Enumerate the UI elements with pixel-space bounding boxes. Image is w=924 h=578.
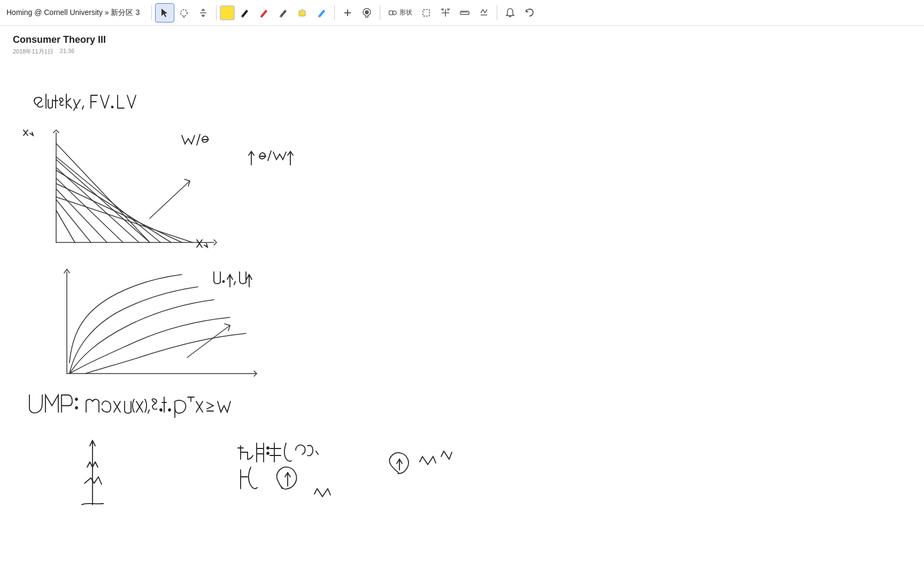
undo-button[interactable]: [520, 3, 539, 22]
notification-button[interactable]: [500, 3, 520, 22]
yellow-highlighter2-button[interactable]: [292, 3, 312, 22]
svg-point-41: [75, 398, 78, 400]
select2-button[interactable]: [417, 3, 436, 22]
shape-tool-button[interactable]: 形状: [383, 3, 417, 22]
touch-mode-button[interactable]: [357, 3, 376, 22]
separator-3: [334, 5, 335, 20]
svg-point-43: [160, 409, 162, 411]
svg-point-18: [112, 107, 113, 108]
svg-line-24: [56, 184, 182, 242]
svg-point-8: [365, 11, 368, 14]
math-button[interactable]: [474, 3, 494, 22]
separator-2: [216, 5, 217, 20]
red-pen-button[interactable]: [254, 3, 273, 22]
window-title: Homing @ Cornell University » 新分区 3: [6, 8, 140, 18]
handwriting-canvas: [0, 26, 924, 578]
separator-5: [497, 5, 497, 20]
svg-point-44: [168, 409, 171, 411]
svg-line-22: [56, 157, 160, 242]
svg-point-38: [223, 281, 225, 283]
svg-line-32: [150, 181, 190, 218]
svg-rect-5: [301, 9, 303, 11]
svg-rect-11: [423, 10, 429, 16]
svg-point-49: [267, 452, 269, 454]
shape-label: 形状: [399, 8, 412, 17]
separator-4: [380, 5, 380, 20]
svg-rect-4: [299, 11, 305, 16]
resize-button[interactable]: [436, 3, 455, 22]
yellow-highlighter-button[interactable]: [220, 5, 235, 20]
svg-point-48: [267, 447, 269, 449]
svg-line-27: [56, 200, 91, 242]
note-canvas[interactable]: Consumer Theory III 2018年11月1日 21:36: [0, 26, 924, 578]
titlebar: Homing @ Cornell University » 新分区 3: [0, 0, 924, 26]
main-content: Consumer Theory III 2018年11月1日 21:36: [0, 26, 924, 578]
svg-line-31: [56, 159, 150, 242]
lasso-tool-button[interactable]: [174, 3, 194, 22]
select-tool-button[interactable]: [155, 3, 174, 22]
blue-pen-button[interactable]: [312, 3, 331, 22]
add-tool-button[interactable]: [338, 3, 357, 22]
black-pen-button[interactable]: [235, 3, 254, 22]
add-space-button[interactable]: [194, 3, 213, 22]
ruler-button[interactable]: [455, 3, 474, 22]
separator-1: [151, 5, 152, 20]
svg-line-37: [187, 325, 230, 358]
svg-point-0: [181, 10, 187, 16]
svg-line-21: [56, 143, 150, 242]
svg-line-26: [56, 210, 75, 242]
svg-line-23: [56, 170, 171, 242]
svg-point-42: [75, 407, 78, 409]
dark-pen-button[interactable]: [273, 3, 292, 22]
